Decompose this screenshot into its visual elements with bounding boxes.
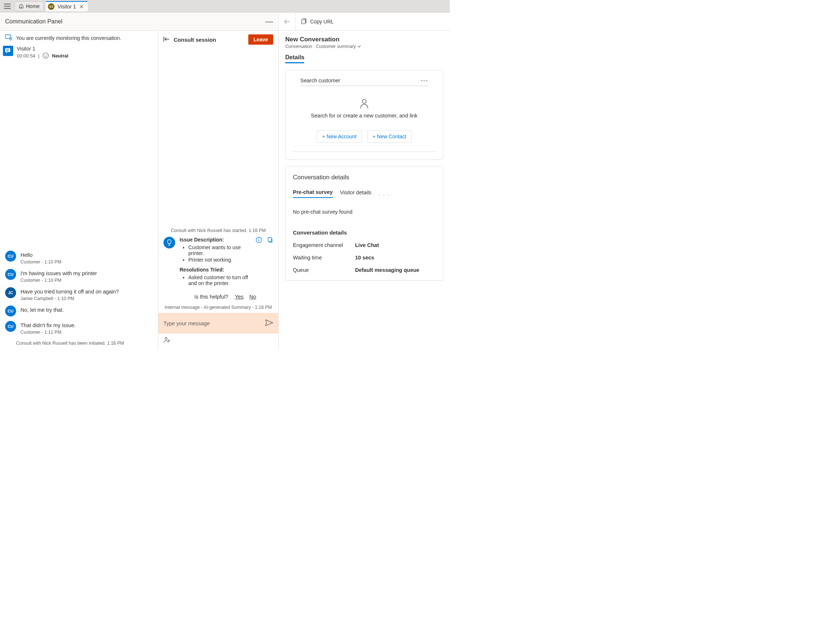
avatar: CU xyxy=(5,306,16,317)
tab-close-button[interactable] xyxy=(79,4,84,9)
customer-card: Search customer --- Search for or create… xyxy=(285,70,443,159)
sentiment-icon xyxy=(43,52,49,59)
monitoring-banner: You are currently monitoring this conver… xyxy=(0,31,158,44)
back-button[interactable] xyxy=(279,13,295,31)
top-tab-bar: Home V1 Visitor 1 xyxy=(0,0,450,13)
ai-summary: Issue Description: Customer wants to use… xyxy=(158,235,278,303)
chat-session-icon xyxy=(3,46,13,56)
session-row[interactable]: Visitor 1 00:00:54 | Neutral xyxy=(0,44,158,63)
tab-overflow-menu[interactable]: . . . xyxy=(379,191,390,196)
message-list: CU Hello Customer - 1:10 PM CU I'm havin… xyxy=(0,248,158,349)
collapse-consult-button[interactable] xyxy=(164,36,170,43)
new-contact-button[interactable]: + New Contact xyxy=(367,130,412,143)
avatar: CU xyxy=(5,321,16,332)
details-panel: Copy URL New Conversation Conversation ·… xyxy=(279,13,450,349)
message-meta: Customer - 1:11 PM xyxy=(20,330,76,335)
message-meta: Jamie Campbell - 1:10 PM xyxy=(20,296,119,301)
kv-engagement-channel: Engagement channel Live Chat xyxy=(293,242,435,248)
message-text: Have you tried turning it off and on aga… xyxy=(20,287,119,295)
compose-box[interactable] xyxy=(158,313,278,334)
lightbulb-icon xyxy=(164,237,175,248)
new-account-button[interactable]: + New Account xyxy=(317,130,362,143)
message-meta: Customer - 1:10 PM xyxy=(20,259,61,265)
session-timer: 00:00:54 xyxy=(17,53,35,58)
message-text: Hello xyxy=(20,251,61,258)
monitoring-text: You are currently monitoring this conver… xyxy=(16,35,121,41)
close-icon xyxy=(80,5,84,8)
svg-point-2 xyxy=(10,38,11,39)
comm-panel-title: Communication Panel xyxy=(5,18,63,25)
customer-placeholder-text: Search for or create a new customer, and… xyxy=(293,113,435,118)
send-button[interactable] xyxy=(265,319,273,327)
breadcrumb: Conversation · Customer summary xyxy=(285,44,443,49)
internal-message-meta: Internal message - AI-generated Summary … xyxy=(158,303,278,313)
message: CU No, let me try that. xyxy=(5,303,153,317)
add-participant-button[interactable] xyxy=(164,338,171,344)
message: CU That didn't fix my issue. Customer - … xyxy=(5,319,153,335)
tab-pre-chat-survey[interactable]: Pre-chat survey xyxy=(293,189,333,198)
chevron-down-icon xyxy=(357,45,361,48)
svg-point-4 xyxy=(43,53,49,58)
svg-rect-11 xyxy=(302,19,305,24)
avatar: JC xyxy=(5,287,16,298)
svg-point-6 xyxy=(46,55,47,55)
hamburger-menu[interactable] xyxy=(2,2,13,11)
kv-waiting-time: Waiting time 10 secs xyxy=(293,255,435,260)
search-customer-field[interactable]: Search customer --- xyxy=(300,77,428,86)
avatar: CU xyxy=(5,269,16,280)
helpful-no[interactable]: No xyxy=(249,294,256,300)
customer-summary-dropdown[interactable]: Customer summary xyxy=(316,44,361,49)
issue-item: Printer not working. xyxy=(188,257,255,263)
svg-point-10 xyxy=(165,337,167,339)
comm-panel-header: Communication Panel — xyxy=(0,13,278,31)
conversation-details-subheading: Conversation details xyxy=(293,229,435,236)
message-text: No, let me try that. xyxy=(20,306,64,313)
message-text: That didn't fix my issue. xyxy=(20,321,76,328)
info-icon[interactable] xyxy=(255,237,262,245)
resolution-item: Asked customer to turn off and on the pr… xyxy=(188,274,255,287)
tab-avatar: V1 xyxy=(48,3,55,10)
svg-point-5 xyxy=(44,55,45,55)
consult-title: Consult session xyxy=(174,36,216,43)
svg-point-12 xyxy=(362,99,366,104)
message-input[interactable] xyxy=(164,320,265,327)
resolutions-heading: Resolutions Tried: xyxy=(180,267,255,273)
copy-url-button[interactable]: Copy URL xyxy=(295,18,334,25)
copy-url-label: Copy URL xyxy=(310,19,334,25)
chat-panel: You are currently monitoring this conver… xyxy=(0,31,158,349)
message: CU Hello Customer - 1:10 PM xyxy=(5,248,153,265)
home-icon xyxy=(19,4,24,9)
monitor-icon xyxy=(5,35,13,41)
svg-rect-9 xyxy=(268,237,271,242)
conversation-details-heading: Conversation details xyxy=(293,174,435,181)
home-tab[interactable]: Home xyxy=(15,2,44,11)
home-tab-label: Home xyxy=(26,3,39,9)
issue-item: Customer wants to use printer. xyxy=(188,244,255,257)
consult-initiated-note: Consult with Nick Russell has been initi… xyxy=(5,337,153,346)
copy-url-icon xyxy=(301,18,307,25)
message-text: I'm having issues with my printer xyxy=(20,269,97,276)
sentiment-label: Neutral xyxy=(52,53,68,58)
avatar: CU xyxy=(5,251,16,262)
message-meta: Customer - 1:10 PM xyxy=(20,278,97,283)
page-title: New Conversation xyxy=(285,36,443,43)
consult-panel: Consult session Leave Consult with Nick … xyxy=(158,31,278,349)
issue-heading: Issue Description: xyxy=(180,237,255,243)
leave-button[interactable]: Leave xyxy=(248,35,273,45)
minimize-button[interactable]: — xyxy=(265,17,273,26)
svg-rect-3 xyxy=(5,48,10,52)
message: CU I'm having issues with my printer Cus… xyxy=(5,267,153,283)
session-name: Visitor 1 xyxy=(17,46,68,52)
communication-panel: Communication Panel — You are currently … xyxy=(0,13,279,349)
active-tab-visitor[interactable]: V1 Visitor 1 xyxy=(46,1,87,11)
svg-point-8 xyxy=(258,238,259,239)
copy-icon[interactable] xyxy=(266,237,273,245)
tab-label: Visitor 1 xyxy=(57,4,76,9)
message: JC Have you tried turning it off and on … xyxy=(5,285,153,301)
helpful-yes[interactable]: Yes xyxy=(235,294,244,300)
helpful-prompt: Is this helpful? Yes No xyxy=(180,290,273,302)
kv-queue: Queue Default messaging queue xyxy=(293,267,435,273)
tab-details[interactable]: Details xyxy=(285,54,304,63)
tab-visitor-details[interactable]: Visitor details xyxy=(340,189,372,197)
conversation-details-card: Conversation details Pre-chat survey Vis… xyxy=(285,166,443,281)
